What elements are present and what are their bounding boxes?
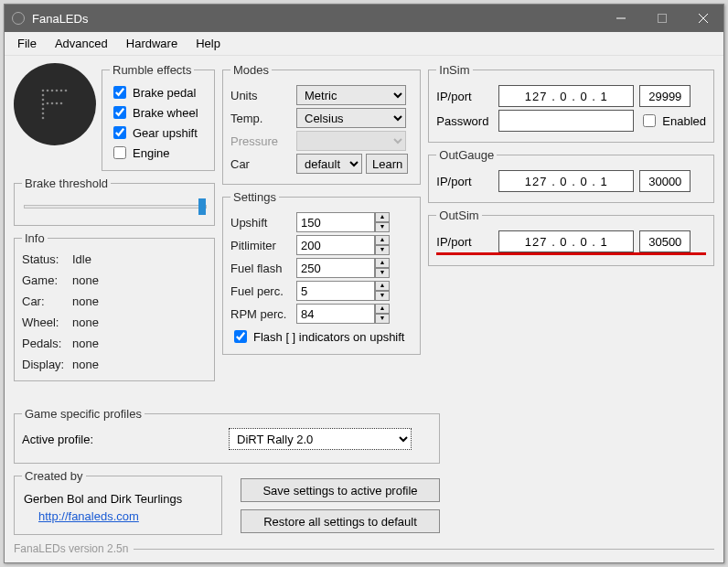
close-button[interactable] [682, 5, 723, 32]
units-select[interactable]: Metric [296, 85, 406, 105]
menubar: File Advanced Hardware Help [5, 32, 723, 56]
car-select[interactable]: default [296, 154, 362, 174]
maximize-button[interactable] [641, 5, 682, 32]
temp-select[interactable]: Celsius [296, 108, 406, 128]
insim-port-input[interactable]: 29999 [639, 85, 691, 107]
rpmperc-down-icon[interactable]: ▼ [375, 314, 390, 324]
upshift-label: Upshift [230, 216, 293, 230]
temp-label: Temp. [230, 112, 293, 125]
modes-legend: Modes [230, 63, 272, 77]
fuelperc-label: Fuel perc. [230, 284, 293, 298]
svg-point-19 [60, 102, 63, 105]
settings-group: Settings Upshift▲▼ Pitlimiter▲▼ Fuel fla… [222, 190, 421, 355]
svg-point-12 [42, 103, 45, 106]
svg-point-13 [42, 108, 45, 111]
brake-threshold-group: Brake threshold [14, 177, 215, 226]
svg-point-10 [42, 94, 45, 97]
svg-point-6 [51, 90, 54, 92]
insim-enabled-checkbox[interactable] [643, 114, 656, 127]
gear-upshift-checkbox[interactable] [113, 126, 126, 139]
created-by-group: Created by Gerben Bol and Dirk Teurlings… [14, 469, 222, 535]
flash-indicators-checkbox[interactable] [234, 330, 247, 343]
pitlimiter-down-icon[interactable]: ▼ [375, 245, 390, 255]
status-label: Status: [22, 252, 72, 266]
created-by-text: Gerben Bol and Dirk Teurlings [24, 492, 212, 506]
wheel-value: none [72, 316, 207, 329]
engine-checkbox[interactable] [113, 146, 126, 159]
engine-label: Engine [133, 146, 169, 160]
upshift-down-icon[interactable]: ▼ [375, 222, 390, 232]
insim-password-input[interactable] [498, 110, 634, 132]
fuelperc-up-icon[interactable]: ▲ [375, 281, 390, 291]
fuelflash-input[interactable] [296, 258, 375, 278]
active-profile-select[interactable]: DiRT Rally 2.0 [229, 428, 412, 450]
save-settings-button[interactable]: Save settings to active profile [241, 478, 440, 502]
svg-point-4 [42, 90, 45, 92]
menu-hardware[interactable]: Hardware [117, 34, 187, 53]
car-label: Car: [22, 294, 72, 308]
svg-point-16 [47, 102, 49, 105]
outgauge-ip-input[interactable]: 127 . 0 . 0 . 1 [498, 170, 634, 192]
menu-help[interactable]: Help [187, 34, 230, 53]
brake-threshold-slider[interactable] [24, 205, 207, 209]
outsim-ip-input[interactable]: 127 . 0 . 0 . 1 [498, 230, 634, 252]
created-legend: Created by [22, 469, 86, 483]
fanaleds-link[interactable]: http://fanaleds.com [24, 506, 139, 523]
insim-ip-input[interactable]: 127 . 0 . 0 . 1 [498, 85, 634, 107]
svg-point-9 [65, 90, 68, 92]
menu-advanced[interactable]: Advanced [46, 34, 117, 53]
pitlimiter-up-icon[interactable]: ▲ [375, 235, 390, 245]
menu-file[interactable]: File [8, 34, 46, 53]
outgauge-port-input[interactable]: 30000 [639, 170, 691, 192]
info-group: Info Status:Idle Game:none Car:none Whee… [14, 231, 215, 381]
learn-button[interactable]: Learn [366, 154, 408, 174]
outsim-legend: OutSim [436, 209, 481, 222]
modes-group: Modes UnitsMetric Temp.Celsius Pressure … [222, 63, 421, 185]
fuelperc-input[interactable] [296, 281, 375, 301]
fuelperc-down-icon[interactable]: ▼ [375, 291, 390, 301]
active-profile-label: Active profile: [22, 433, 223, 446]
brake-pedal-checkbox[interactable] [113, 86, 126, 99]
window-title: FanaLEDs [32, 12, 600, 26]
status-value: Idle [72, 252, 207, 266]
insim-group: InSim IP/port 127 . 0 . 0 . 1 29999 Pass… [428, 63, 714, 143]
fuelflash-label: Fuel flash [230, 262, 293, 275]
insim-ipport-label: IP/port [436, 90, 493, 103]
rpmperc-label: RPM perc. [230, 307, 293, 321]
pitlimiter-input[interactable] [296, 235, 375, 255]
car-mode-label: Car [230, 157, 293, 171]
insim-legend: InSim [436, 63, 472, 77]
version-text: FanaLEDs version 2.5n [14, 542, 128, 555]
outsim-group: OutSim IP/port 127 . 0 . 0 . 1 30500 [428, 209, 714, 266]
minimize-button[interactable] [600, 5, 641, 32]
svg-point-18 [56, 102, 59, 105]
rpmperc-up-icon[interactable]: ▲ [375, 304, 390, 314]
rpmperc-input[interactable] [296, 304, 375, 324]
pedals-label: Pedals: [22, 337, 72, 350]
pressure-select [296, 131, 406, 151]
slider-thumb[interactable] [198, 198, 206, 215]
display-value: none [72, 358, 207, 371]
brake-wheel-label: Brake wheel [133, 106, 198, 120]
upshift-up-icon[interactable]: ▲ [375, 212, 390, 222]
fuelflash-up-icon[interactable]: ▲ [375, 258, 390, 268]
app-logo [14, 63, 96, 145]
fuelflash-down-icon[interactable]: ▼ [375, 268, 390, 278]
outsim-port-input[interactable]: 30500 [639, 230, 691, 252]
brake-wheel-checkbox[interactable] [113, 106, 126, 119]
info-legend: Info [22, 231, 48, 245]
insim-enabled-label: Enabled [662, 114, 706, 128]
outsim-ipport-label: IP/port [436, 235, 493, 249]
rumble-legend: Rumble effects [110, 63, 194, 77]
outgauge-legend: OutGauge [436, 148, 497, 162]
units-label: Units [230, 89, 293, 102]
gear-upshift-label: Gear upshift [133, 126, 198, 140]
brake-threshold-legend: Brake threshold [22, 177, 111, 190]
outgauge-ipport-label: IP/port [436, 175, 493, 188]
game-label: Game: [22, 273, 72, 287]
restore-settings-button[interactable]: Restore all settings to default [241, 509, 440, 533]
car-value: none [72, 294, 207, 308]
profiles-legend: Game specific profiles [22, 407, 145, 421]
display-label: Display: [22, 358, 72, 371]
upshift-input[interactable] [296, 212, 375, 232]
